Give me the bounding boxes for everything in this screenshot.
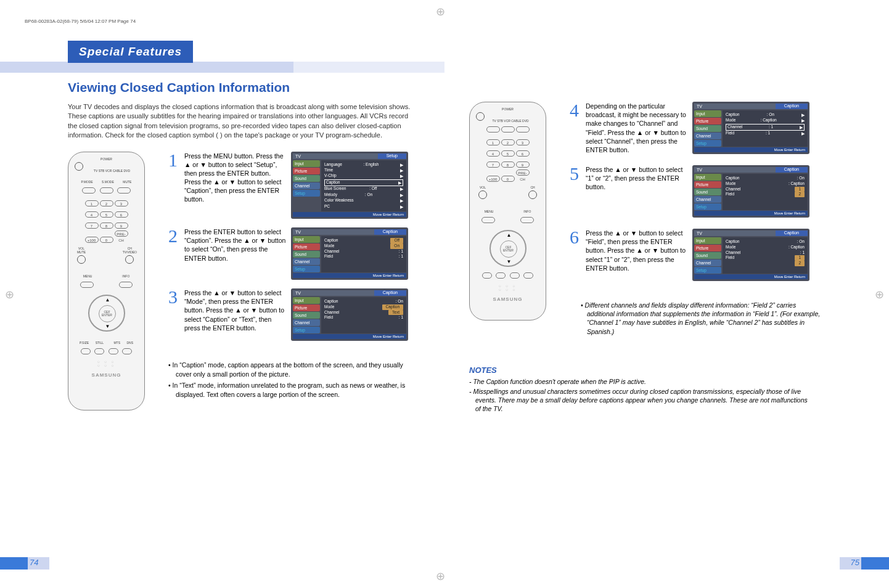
step-5: 5 Press the ▲ or ▼ button to select “1” … <box>570 165 821 218</box>
osd-tab-input: Input <box>293 160 320 167</box>
remote-key-9: 9 <box>115 223 128 229</box>
page-tab-right <box>861 557 889 570</box>
notes-heading: NOTES <box>469 365 821 375</box>
intro-text: Your TV decodes and displays the closed … <box>68 102 413 141</box>
bullet-caption-mode: In “Caption” mode, caption appears at th… <box>168 361 420 378</box>
remote-mute-label2: MUTE <box>76 250 87 254</box>
content-row-left: POWER TV STB VCR CABLE DVD P.MODE S.MODE… <box>68 152 420 410</box>
osd-mode-menu: TVCaption Input Picture Sound Channel Se… <box>291 288 408 341</box>
remote-source-labels: TV STB VCR CABLE DVD <box>87 169 136 173</box>
remote-smode-button <box>100 187 113 194</box>
right-page: POWER TV STB VCR CABLE DVD 123 456 789 +… <box>444 0 889 588</box>
osd-tab-sound: Sound <box>293 175 320 182</box>
page-number-right: 75 <box>851 558 859 567</box>
job-header: BP68-00283A-02(68-79) 5/6/04 12:07 PM Pa… <box>0 18 444 24</box>
remote-psize-button <box>81 348 91 354</box>
osd-tab-setup: Setup <box>293 190 320 197</box>
remote-dots: ○ ○ ○○ ○ ○ <box>73 360 139 367</box>
remote-menu-label: MENU <box>83 274 92 278</box>
step-2: 2 Press the ENTER button to select “Capt… <box>168 227 420 280</box>
step-4-number: 4 <box>570 102 581 154</box>
intro-body: Your TV decodes and displays the closed … <box>68 103 410 139</box>
remote-dns-label: DNS <box>126 341 133 345</box>
remote-vol-rocker <box>77 255 86 264</box>
step-4-text: Depending on the particular broadcast, i… <box>586 102 687 154</box>
step-2-number: 2 <box>168 227 179 280</box>
step-3-text: Press the ▲ or ▼ button to select “Mode”… <box>184 288 286 341</box>
osd-field-12: TVCaption Input Picture Sound Channel Se… <box>692 229 809 281</box>
step-3-number: 3 <box>168 288 179 341</box>
remote-dns-button <box>122 348 132 354</box>
step-6-number: 6 <box>570 229 581 281</box>
remote-key-prech: PRE-CH <box>115 231 128 237</box>
remote-nav-ring: ▲ ▼ CEF ENTER <box>88 295 125 332</box>
remote-control-large: POWER TV STB VCR CABLE DVD P.MODE S.MODE… <box>68 152 145 410</box>
remote-enter-button: CEF ENTER <box>99 305 116 322</box>
remote-pmode-button <box>82 187 96 194</box>
caption-text-bullets: In “Caption” mode, caption appears at th… <box>168 361 420 402</box>
remote-psize-label: P.SIZE <box>80 341 89 345</box>
osd-tab-channel: Channel <box>293 182 320 189</box>
step-2-text: Press the ENTER button to select “Captio… <box>184 227 286 280</box>
top-stripe <box>0 62 444 73</box>
remote-control-small: POWER TV STB VCR CABLE DVD 123 456 789 +… <box>469 102 546 321</box>
step-4: 4 Depending on the particular broadcast,… <box>570 102 821 154</box>
step-1-number: 1 <box>168 152 179 219</box>
remote-key-0: 0 <box>100 237 113 243</box>
left-page: BP68-00283A-02(68-79) 5/6/04 12:07 PM Pa… <box>0 0 444 588</box>
page-tab-left <box>0 557 28 570</box>
remote-mts-label: MTS <box>113 341 120 345</box>
osd-setup-body: Language: English▶ Time▶ V-Chip▶ Caption… <box>321 160 406 212</box>
note-misspellings: Misspellings and unusual characters some… <box>469 387 814 414</box>
remote-info-button <box>119 282 133 288</box>
osd-tab-picture: Picture <box>293 168 320 174</box>
remote-key-1: 1 <box>85 200 99 206</box>
section-banner: Special Features <box>68 41 193 63</box>
osd-setup-menu: TVSetup Input Picture Sound Channel Setu… <box>291 152 408 219</box>
remote-logo: SAMSUNG <box>73 372 139 378</box>
job-code: BP68-00283A-02(68-79) 5/6/04 12:07 PM Pa… <box>25 18 136 24</box>
osd-tv-label: TV <box>295 154 301 158</box>
remote-mute-button <box>117 187 131 194</box>
remote-pmode-label: P.MODE <box>81 180 93 184</box>
osd-channel-select: TVCaption Input Picture Sound Channel Se… <box>692 102 809 154</box>
step-5-number: 5 <box>570 165 581 218</box>
remote-power-button <box>75 162 83 171</box>
remote-key-4: 4 <box>85 211 99 218</box>
remote-menu-button <box>80 282 94 288</box>
remote-smode-label: S.MODE <box>102 180 114 184</box>
note-pip: The Caption function doesn't operate whe… <box>469 377 814 386</box>
step-3: 3 Press the ▲ or ▼ button to select “Mod… <box>168 288 420 341</box>
remote-key-3: 3 <box>115 200 128 206</box>
step-5-text: Press the ▲ or ▼ button to select “1” or… <box>586 165 687 218</box>
remote-still-button <box>94 348 104 354</box>
step-6-text: Press the ▲ or ▼ button to select “Field… <box>586 229 687 281</box>
remote-info-label: INFO <box>122 274 129 278</box>
content-row-right: POWER TV STB VCR CABLE DVD 123 456 789 +… <box>469 102 821 336</box>
step-1: 1 Press the MENU button. Press the ▲ or … <box>168 152 420 219</box>
bullet-text-mode: In “Text” mode, information unrelated to… <box>168 381 420 399</box>
notes-list: The Caption function doesn't operate whe… <box>469 377 814 414</box>
page-title: Viewing Closed Caption Information <box>68 80 420 95</box>
remote-ch-rocker <box>125 255 134 264</box>
field-information-note: Different channels and fields display di… <box>581 301 821 336</box>
step-1-text: Press the MENU button. Press the ▲ or ▼ … <box>184 152 286 219</box>
osd-setup-header: Setup <box>378 153 406 159</box>
osd-caption-onoff: TVCaption Input Picture Sound Channel Se… <box>291 227 408 280</box>
remote-column-right: POWER TV STB VCR CABLE DVD 123 456 789 +… <box>469 102 559 336</box>
step-6: 6 Press the ▲ or ▼ button to select “Fie… <box>570 229 821 281</box>
remote-mts-button <box>109 348 118 354</box>
page-number-left: 74 <box>30 558 38 567</box>
remote-key-5: 5 <box>100 211 113 218</box>
steps-left: 1 Press the MENU button. Press the ▲ or … <box>168 152 420 410</box>
remote-key-8: 8 <box>100 223 113 229</box>
osd-footer-1: Move Enter Return <box>293 212 406 217</box>
remote-key-plus100: +100 <box>85 237 99 243</box>
osd-caption-body: CaptionOff ModeOn Channel: 1 Field: 1 <box>321 236 406 272</box>
steps-right: 4 Depending on the particular broadcast,… <box>570 102 821 336</box>
remote-column-left: POWER TV STB VCR CABLE DVD P.MODE S.MODE… <box>68 152 157 410</box>
remote-key-6: 6 <box>115 211 128 218</box>
osd-channel-12: TVCaption Input Picture Sound Channel Se… <box>692 165 809 218</box>
remote-key-7: 7 <box>85 223 99 229</box>
remote-still-label: STILL <box>96 341 104 345</box>
